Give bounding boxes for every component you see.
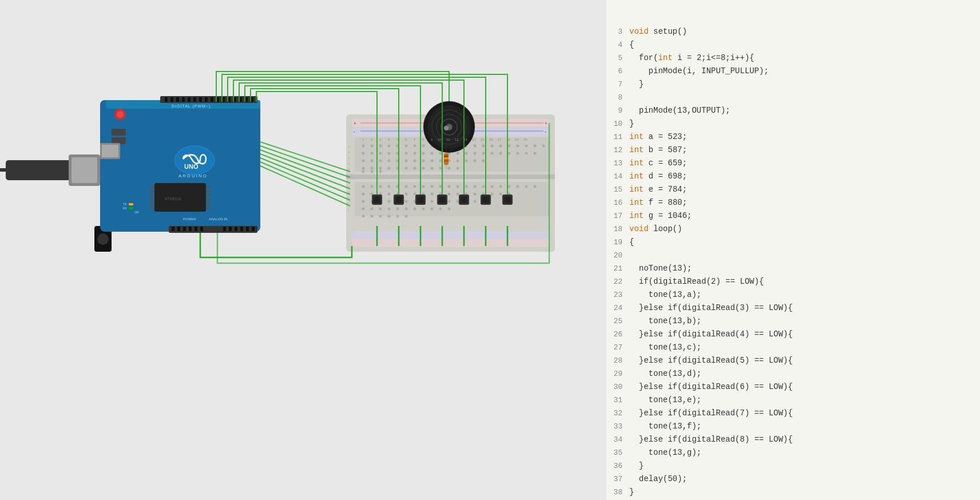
svg-point-231 bbox=[448, 208, 451, 211]
code-line-20: 20 bbox=[606, 249, 980, 262]
svg-point-220 bbox=[474, 200, 477, 203]
svg-point-114 bbox=[525, 145, 528, 148]
svg-point-159 bbox=[414, 167, 416, 170]
code-line-28: 28 }else if(digitalRead(5) == LOW){ bbox=[606, 354, 980, 367]
svg-point-124 bbox=[422, 152, 425, 155]
code-line-23: 23 tone(13,a); bbox=[606, 288, 980, 301]
svg-point-152 bbox=[482, 160, 485, 162]
svg-point-139 bbox=[371, 160, 374, 162]
line-content: if(digitalRead(2) == LOW){ bbox=[629, 275, 764, 288]
svg-point-188 bbox=[534, 185, 537, 188]
svg-rect-3 bbox=[72, 157, 97, 183]
svg-text:11: 11 bbox=[446, 138, 450, 141]
svg-rect-74 bbox=[352, 239, 549, 247]
svg-rect-19 bbox=[211, 97, 213, 102]
svg-point-273 bbox=[444, 126, 449, 130]
svg-text:UNO: UNO bbox=[184, 163, 199, 170]
svg-point-137 bbox=[534, 152, 537, 155]
arduino-board: DIGITAL (PWM~) UNO ARDUINO POWER ANALOG … bbox=[100, 96, 260, 233]
svg-point-199 bbox=[448, 193, 451, 196]
svg-rect-44 bbox=[246, 227, 249, 231]
svg-point-131 bbox=[482, 152, 485, 155]
line-number: 34 bbox=[606, 433, 629, 446]
line-content: int e = 784; bbox=[629, 183, 687, 196]
line-number: 31 bbox=[606, 394, 629, 407]
svg-point-117 bbox=[362, 152, 365, 155]
line-content: }else if(digitalRead(5) == LOW){ bbox=[629, 354, 793, 367]
svg-rect-41 bbox=[229, 227, 232, 231]
code-line-33: 33 tone(13,f); bbox=[606, 420, 980, 433]
svg-point-194 bbox=[405, 193, 408, 196]
svg-rect-49 bbox=[150, 191, 154, 192]
line-content: int a = 523; bbox=[629, 130, 687, 143]
line-content: tone(13,b); bbox=[629, 315, 701, 327]
line-number: 7 bbox=[606, 78, 629, 91]
svg-point-233 bbox=[371, 215, 374, 218]
code-line-11: 11int a = 523; bbox=[606, 130, 980, 144]
svg-point-167 bbox=[379, 170, 382, 173]
svg-rect-245 bbox=[439, 196, 446, 203]
line-number: 22 bbox=[606, 275, 629, 288]
svg-point-186 bbox=[517, 185, 519, 188]
svg-rect-256 bbox=[444, 158, 449, 159]
svg-point-169 bbox=[371, 185, 374, 188]
svg-text:19: 19 bbox=[515, 138, 519, 141]
svg-rect-247 bbox=[461, 196, 467, 203]
svg-point-115 bbox=[534, 145, 537, 148]
line-content: tone(13,e); bbox=[629, 394, 701, 406]
svg-point-133 bbox=[499, 152, 502, 155]
code-line-16: 16int f = 880; bbox=[606, 196, 980, 209]
svg-point-140 bbox=[379, 160, 382, 162]
svg-point-135 bbox=[517, 152, 519, 155]
svg-point-153 bbox=[362, 167, 365, 170]
line-number: 27 bbox=[606, 341, 629, 354]
line-number: 19 bbox=[606, 236, 629, 249]
svg-text:c: c bbox=[348, 156, 350, 160]
code-line-32: 32 }else if(digitalRead(7) == LOW){ bbox=[606, 407, 980, 420]
svg-point-154 bbox=[371, 167, 374, 170]
line-number: 26 bbox=[606, 328, 629, 341]
svg-text:+: + bbox=[354, 121, 356, 126]
svg-point-237 bbox=[405, 215, 408, 218]
svg-point-235 bbox=[388, 215, 391, 218]
svg-point-178 bbox=[448, 185, 451, 188]
svg-point-222 bbox=[371, 208, 374, 211]
line-number: 15 bbox=[606, 183, 629, 196]
code-line-8: 8 bbox=[606, 91, 980, 104]
line-content: tone(13,c); bbox=[629, 341, 701, 354]
line-number: 18 bbox=[606, 223, 629, 236]
svg-text:13: 13 bbox=[463, 138, 467, 141]
svg-text:20: 20 bbox=[523, 138, 527, 141]
code-line-31: 31 tone(13,e); bbox=[606, 394, 980, 407]
line-content: delay(50); bbox=[629, 473, 687, 485]
code-line-3: 3void setup() bbox=[606, 25, 980, 38]
line-content: } bbox=[629, 486, 634, 498]
code-line-24: 24 }else if(digitalRead(3) == LOW){ bbox=[606, 301, 980, 315]
svg-point-185 bbox=[508, 185, 511, 188]
svg-text:TX: TX bbox=[123, 203, 127, 206]
svg-rect-36 bbox=[183, 227, 186, 231]
svg-text:ANALOG IN: ANALOG IN bbox=[209, 217, 228, 221]
svg-point-228 bbox=[422, 208, 425, 211]
svg-rect-55 bbox=[206, 191, 211, 192]
svg-text:18: 18 bbox=[506, 138, 510, 141]
svg-point-229 bbox=[431, 208, 434, 211]
svg-text:j: j bbox=[347, 208, 348, 211]
svg-point-101 bbox=[414, 145, 416, 148]
svg-rect-258 bbox=[444, 162, 449, 164]
code-line-13: 13int c = 659; bbox=[606, 157, 980, 170]
svg-point-171 bbox=[388, 185, 391, 188]
svg-text:DIGITAL (PWM~): DIGITAL (PWM~) bbox=[172, 104, 211, 109]
line-number: 37 bbox=[606, 473, 629, 486]
svg-point-226 bbox=[405, 208, 408, 211]
svg-rect-50 bbox=[150, 195, 154, 196]
svg-point-176 bbox=[431, 185, 434, 188]
svg-point-118 bbox=[371, 152, 374, 155]
code-line-7: 7 } bbox=[606, 78, 980, 91]
svg-point-184 bbox=[499, 185, 502, 188]
svg-point-158 bbox=[405, 167, 408, 170]
svg-point-155 bbox=[379, 167, 382, 170]
svg-point-223 bbox=[379, 208, 382, 211]
line-content: void setup() bbox=[629, 25, 687, 38]
svg-point-163 bbox=[448, 167, 451, 170]
